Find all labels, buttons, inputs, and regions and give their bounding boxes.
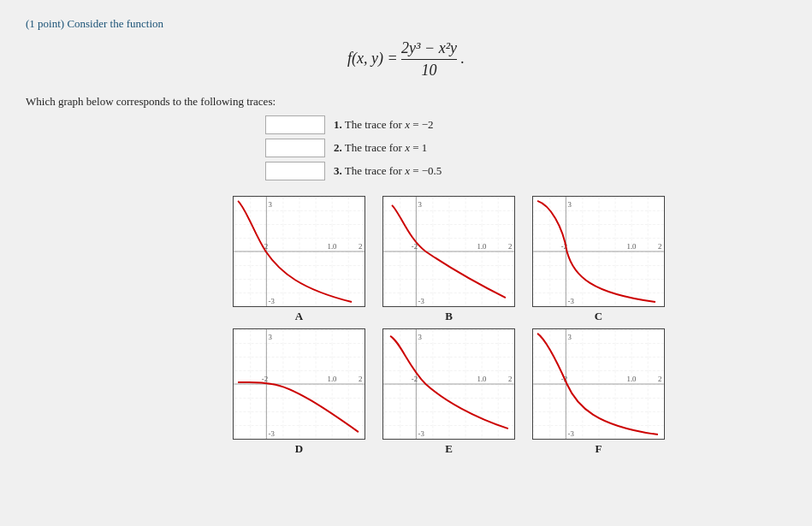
graph-label-D: D — [295, 442, 303, 456]
svg-text:-3: -3 — [568, 297, 575, 305]
svg-text:3: 3 — [269, 200, 273, 209]
svg-text:-3: -3 — [568, 429, 575, 438]
graph-container-B: -2 1.0 2 3 -3 B — [382, 196, 515, 323]
svg-text:1.0: 1.0 — [327, 375, 337, 383]
graph-label-F: F — [596, 442, 602, 456]
trace-text-1: 1. The trace for x = −2 — [334, 118, 434, 132]
trace-input-1[interactable] — [265, 115, 325, 134]
graph-label-B: B — [445, 310, 453, 323]
svg-text:3: 3 — [568, 200, 572, 209]
graph-label-A: A — [295, 310, 303, 323]
function-display: f(x, y) = 2y³ − x²y 10 . — [26, 39, 786, 80]
graphs-row-2: -2 1.0 2 3 -3 D — [233, 328, 665, 456]
graph-C: -2 1.0 2 3 -3 — [532, 196, 665, 307]
point-label: (1 point) Consider the function — [26, 17, 786, 31]
svg-text:2: 2 — [359, 375, 362, 383]
trace-row-3: 3. The trace for x = −0.5 — [265, 162, 786, 180]
graph-A: -2 1.0 2 3 -3 — [233, 196, 365, 307]
function-period: . — [461, 50, 465, 67]
svg-text:3: 3 — [418, 333, 423, 341]
trace-input-3[interactable] — [265, 162, 325, 180]
graphs-section: -2 1.0 2 3 -3 A — [111, 196, 786, 461]
traces-section: Which graph below corresponds to the fol… — [26, 95, 786, 180]
svg-text:2: 2 — [508, 242, 512, 251]
graph-container-E: -2 1.0 2 3 -3 E — [382, 328, 515, 456]
svg-text:-3: -3 — [418, 429, 425, 438]
svg-text:1.0: 1.0 — [327, 242, 337, 251]
svg-text:-3: -3 — [418, 297, 425, 305]
svg-text:-3: -3 — [269, 297, 276, 305]
svg-text:1.0: 1.0 — [477, 375, 487, 383]
graph-D: -2 1.0 2 3 -3 — [233, 328, 365, 440]
graph-container-C: -2 1.0 2 3 -3 C — [532, 196, 665, 323]
function-name: f(x, y) = — [347, 50, 401, 67]
svg-text:-3: -3 — [269, 429, 276, 438]
svg-text:2: 2 — [658, 375, 661, 383]
traces-prompt: Which graph below corresponds to the fol… — [26, 95, 786, 109]
graph-container-D: -2 1.0 2 3 -3 D — [233, 328, 365, 456]
trace-text-3: 3. The trace for x = −0.5 — [334, 164, 442, 178]
svg-text:1.0: 1.0 — [477, 242, 487, 251]
svg-text:-2: -2 — [412, 375, 418, 383]
graph-container-F: -2 1.0 2 3 -3 F — [532, 328, 665, 456]
svg-text:3: 3 — [418, 200, 423, 209]
svg-text:2: 2 — [359, 242, 362, 251]
svg-text:2: 2 — [658, 242, 661, 251]
graph-B: -2 1.0 2 3 -3 — [382, 196, 515, 307]
svg-text:1.0: 1.0 — [626, 375, 637, 383]
graph-label-C: C — [595, 310, 602, 323]
function-denominator: 10 — [401, 60, 457, 80]
function-fraction: 2y³ − x²y 10 — [401, 39, 457, 80]
trace-row-1: 1. The trace for x = −2 — [265, 115, 786, 134]
trace-input-2[interactable] — [265, 139, 325, 157]
svg-text:3: 3 — [269, 333, 273, 341]
graph-E: -2 1.0 2 3 -3 — [382, 328, 515, 440]
trace-row-2: 2. The trace for x = 1 — [265, 139, 786, 157]
graphs-row-1: -2 1.0 2 3 -3 A — [233, 196, 665, 323]
graph-container-A: -2 1.0 2 3 -3 A — [233, 196, 365, 323]
trace-text-2: 2. The trace for x = 1 — [334, 141, 427, 155]
svg-text:2: 2 — [508, 375, 512, 383]
function-numerator: 2y³ − x²y — [401, 39, 457, 60]
svg-text:1.0: 1.0 — [626, 242, 637, 251]
svg-text:3: 3 — [568, 333, 572, 341]
graph-F: -2 1.0 2 3 -3 — [532, 328, 665, 440]
graph-label-E: E — [445, 442, 453, 456]
